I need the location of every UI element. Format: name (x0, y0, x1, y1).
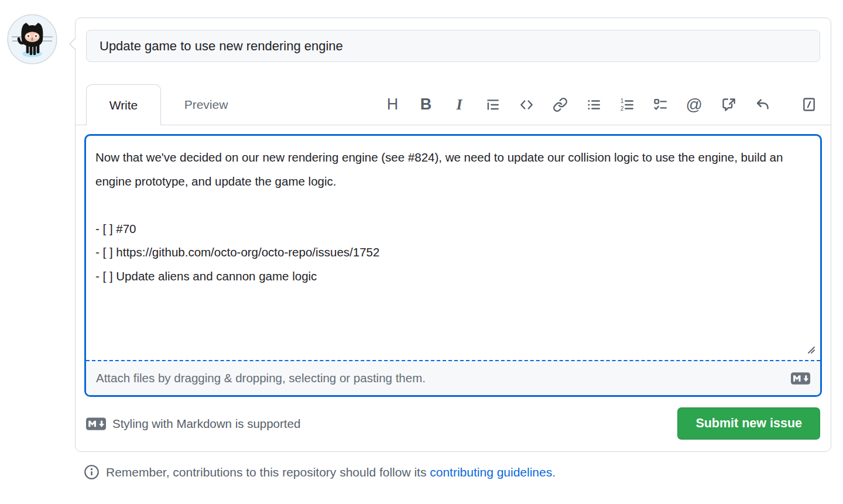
attach-files-dropzone[interactable]: Attach files by dragging & dropping, sel… (86, 360, 820, 395)
tab-write[interactable]: Write (86, 84, 161, 125)
bold-icon[interactable]: B (419, 96, 434, 114)
cross-reference-icon[interactable] (721, 96, 736, 114)
tab-preview[interactable]: Preview (161, 84, 251, 125)
contributing-guidelines-link[interactable]: contributing guidelines (430, 465, 552, 479)
new-issue-form: Write Preview H B I (75, 18, 831, 452)
card-caret-inner (70, 39, 76, 49)
info-icon (84, 464, 100, 480)
markdown-icon (86, 417, 106, 430)
tab-preview-label: Preview (184, 98, 228, 112)
contribution-note: Remember, contributions to this reposito… (84, 464, 556, 480)
task-list-icon[interactable] (653, 96, 668, 114)
code-icon[interactable] (519, 96, 534, 114)
markdown-icon (791, 372, 810, 385)
quote-icon[interactable] (485, 96, 501, 114)
note-suffix: . (552, 465, 556, 479)
avatar (7, 14, 57, 64)
link-icon[interactable] (553, 96, 568, 114)
editor-tabbar: Write Preview H B I (76, 84, 831, 125)
octocat-avatar-image (7, 14, 57, 64)
markdown-supported-label: Styling with Markdown is supported (112, 417, 300, 431)
svg-text:1: 1 (620, 98, 623, 104)
saved-reply-icon[interactable] (755, 96, 770, 114)
italic-icon[interactable]: I (452, 96, 467, 114)
issue-body-editor: Now that we've decided on our new render… (84, 134, 822, 397)
mention-icon[interactable]: @ (686, 96, 702, 114)
attach-files-hint: Attach files by dragging & dropping, sel… (96, 371, 426, 385)
slash-command-icon[interactable] (801, 96, 817, 114)
resize-gripper-icon[interactable] (807, 345, 816, 354)
svg-text:2: 2 (620, 105, 623, 111)
action-row: Styling with Markdown is supported Submi… (86, 407, 820, 440)
submit-new-issue-button[interactable]: Submit new issue (677, 407, 820, 440)
issue-body-textarea[interactable]: Now that we've decided on our new render… (86, 136, 820, 360)
tab-write-label: Write (109, 98, 138, 112)
heading-icon[interactable]: H (385, 96, 400, 114)
issue-title-input[interactable] (86, 30, 820, 62)
contribution-note-text: Remember, contributions to this reposito… (106, 465, 556, 479)
markdown-toolbar: H B I (385, 84, 831, 125)
ordered-list-icon[interactable]: 1 2 (619, 96, 635, 114)
markdown-supported-note[interactable]: Styling with Markdown is supported (86, 417, 300, 431)
note-prefix: Remember, contributions to this reposito… (106, 465, 430, 479)
unordered-list-icon[interactable] (586, 96, 601, 114)
